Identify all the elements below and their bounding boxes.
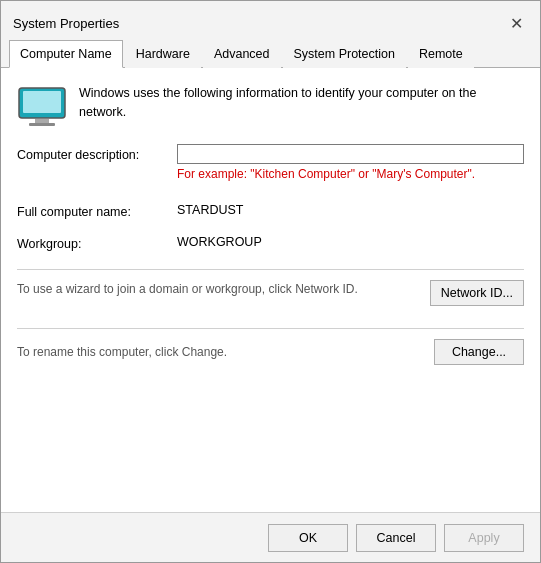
computer-description-input[interactable] (177, 144, 524, 164)
svg-rect-3 (29, 123, 55, 126)
network-section: To use a wizard to join a domain or work… (17, 280, 524, 306)
network-text: To use a wizard to join a domain or work… (17, 280, 422, 298)
form-section: Computer description: For example: "Kitc… (17, 144, 524, 259)
separator-1 (17, 269, 524, 270)
computer-description-row: Computer description: For example: "Kitc… (17, 144, 524, 183)
info-row: Windows uses the following information t… (17, 84, 524, 128)
network-id-button[interactable]: Network ID... (430, 280, 524, 306)
separator-2 (17, 328, 524, 329)
computer-icon (17, 86, 67, 128)
close-button[interactable]: ✕ (504, 11, 528, 35)
tab-remote[interactable]: Remote (408, 40, 474, 68)
workgroup-row: Workgroup: WORKGROUP (17, 233, 524, 251)
apply-button[interactable]: Apply (444, 524, 524, 552)
info-text: Windows uses the following information t… (79, 84, 524, 122)
system-properties-window: System Properties ✕ Computer Name Hardwa… (0, 0, 541, 563)
footer: OK Cancel Apply (1, 512, 540, 562)
title-bar: System Properties ✕ (1, 1, 540, 37)
svg-rect-2 (35, 119, 49, 123)
tab-bar: Computer Name Hardware Advanced System P… (1, 39, 540, 68)
tab-content: Windows uses the following information t… (1, 68, 540, 512)
tab-hardware[interactable]: Hardware (125, 40, 201, 68)
rename-section: To rename this computer, click Change. C… (17, 339, 524, 365)
change-button[interactable]: Change... (434, 339, 524, 365)
cancel-button[interactable]: Cancel (356, 524, 436, 552)
svg-rect-1 (23, 91, 61, 113)
window-title: System Properties (13, 16, 119, 31)
rename-text: To rename this computer, click Change. (17, 345, 227, 359)
computer-description-label: Computer description: (17, 144, 177, 162)
example-text: For example: "Kitchen Computer" or "Mary… (177, 166, 524, 183)
full-computer-name-value: STARDUST (177, 201, 243, 217)
full-computer-name-row: Full computer name: STARDUST (17, 201, 524, 219)
tab-advanced[interactable]: Advanced (203, 40, 281, 68)
full-computer-name-label: Full computer name: (17, 201, 177, 219)
workgroup-value: WORKGROUP (177, 233, 262, 249)
ok-button[interactable]: OK (268, 524, 348, 552)
workgroup-label: Workgroup: (17, 233, 177, 251)
tab-system-protection[interactable]: System Protection (283, 40, 406, 68)
tab-computer-name[interactable]: Computer Name (9, 40, 123, 68)
